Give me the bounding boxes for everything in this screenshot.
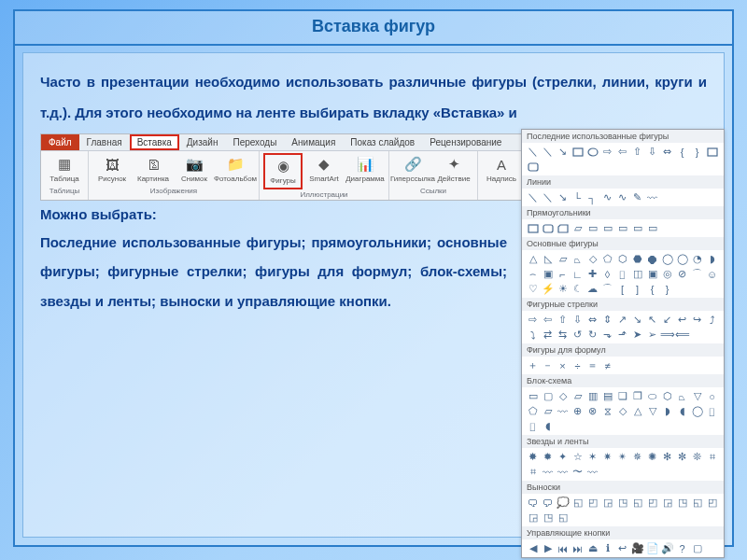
shape-arrow-icon[interactable]: ⇨ — [527, 314, 539, 326]
shape-merge-icon[interactable]: ▽ — [646, 405, 658, 417]
shape-ribbon-icon[interactable]: ⌗ — [706, 451, 718, 463]
shape-or-icon[interactable]: ⊗ — [586, 405, 599, 417]
shape-curve-icon[interactable]: ∿ — [601, 191, 613, 203]
shape-seq-icon[interactable]: ◯ — [691, 405, 703, 417]
shape-arrow-icon[interactable]: ⇦ — [542, 314, 554, 326]
shape-doublewave-icon[interactable]: 〰 — [586, 466, 599, 478]
shape-actionbtn-icon[interactable]: ▶ — [542, 542, 554, 554]
shape-bracket-icon[interactable]: ] — [631, 283, 643, 295]
shape-callout-icon[interactable]: ◳ — [542, 511, 554, 524]
shape-callout-icon[interactable]: ◲ — [601, 497, 613, 509]
shape-document-icon[interactable]: ❏ — [616, 390, 628, 402]
shape-arrow-icon[interactable]: ↘ — [631, 314, 643, 326]
shape-arrow-icon[interactable]: ⇨ — [601, 146, 613, 158]
shape-heart-icon[interactable]: ♡ — [527, 283, 539, 295]
shape-callout-icon[interactable]: ◰ — [646, 497, 658, 509]
shape-arrow-icon[interactable]: ⤴ — [706, 314, 718, 326]
shape-magnetic-icon[interactable]: ⌷ — [706, 405, 718, 417]
shape-sun-icon[interactable]: ☀ — [557, 283, 569, 295]
shape-actionbtn-icon[interactable]: ⏮ — [557, 542, 569, 554]
shape-arrow-icon[interactable]: ↙ — [661, 314, 673, 326]
shape-direct-icon[interactable]: ⌷ — [527, 420, 539, 432]
shape-connector-icon[interactable]: ↘ — [557, 146, 569, 158]
shape-arrow-icon[interactable]: ⇕ — [601, 314, 613, 326]
btn-smartart[interactable]: ◆SmartArt — [304, 153, 344, 189]
shape-hexagon-icon[interactable]: ⬡ — [616, 253, 628, 265]
shape-ellipse-icon[interactable] — [586, 146, 599, 158]
shape-collate-icon[interactable]: ⧖ — [601, 405, 613, 417]
shape-line-icon[interactable]: ＼ — [527, 191, 539, 203]
shape-callout-icon[interactable]: 💭 — [557, 497, 569, 509]
shape-donut-icon[interactable]: ◎ — [661, 268, 673, 280]
shape-multi-icon[interactable]: ❐ — [631, 390, 643, 402]
tab-slideshow[interactable]: Показ слайдов — [343, 134, 422, 150]
shape-tape-icon[interactable]: 〰 — [557, 405, 569, 417]
shape-offpage-icon[interactable]: ⬠ — [527, 405, 539, 417]
btn-hyperlink[interactable]: 🔗Гиперссылка — [393, 153, 432, 186]
shape-card-icon[interactable]: ▱ — [542, 405, 554, 417]
shape-plus-icon[interactable]: ＋ — [527, 359, 539, 371]
shape-arrow-icon[interactable]: ➢ — [646, 329, 658, 341]
shape-arc-icon[interactable]: ⌒ — [601, 283, 613, 295]
shape-line-icon[interactable]: ＼ — [527, 146, 539, 158]
shape-moon-icon[interactable]: ☾ — [571, 283, 584, 295]
tab-review[interactable]: Рецензирование — [422, 134, 509, 150]
shape-ribbon-icon[interactable]: ⌗ — [527, 466, 539, 478]
shape-line-icon[interactable]: ＼ — [542, 146, 554, 158]
shape-line-icon[interactable]: ↘ — [557, 191, 569, 203]
shape-arrow-icon[interactable]: ⇧ — [557, 314, 569, 326]
shape-brace-icon[interactable]: { — [676, 146, 688, 158]
shape-prep-icon[interactable]: ⬡ — [661, 390, 673, 402]
shape-arrow-icon[interactable]: ⇩ — [571, 314, 584, 326]
shape-connector-icon[interactable]: ○ — [706, 390, 718, 402]
shape-scribble-icon[interactable]: 〰 — [646, 191, 658, 203]
shape-callout-icon[interactable]: ◳ — [616, 497, 628, 509]
shape-arrow-icon[interactable]: ↺ — [571, 329, 584, 341]
shape-smiley-icon[interactable]: ☺ — [706, 268, 718, 280]
shape-callout-icon[interactable]: ◱ — [691, 497, 703, 509]
shape-heptagon-icon[interactable]: ⬣ — [631, 253, 643, 265]
shape-noentry-icon[interactable]: ⊘ — [676, 268, 688, 280]
shape-arrow-icon[interactable]: ↻ — [586, 329, 599, 341]
shape-actionbtn-icon[interactable]: ? — [676, 542, 688, 554]
shape-brace-icon[interactable]: } — [661, 283, 673, 295]
shape-notequal-icon[interactable]: ≠ — [601, 359, 613, 371]
tab-design[interactable]: Дизайн — [179, 134, 226, 150]
tab-home[interactable]: Главная — [79, 134, 130, 150]
btn-clipart[interactable]: 🖻Картинка — [134, 153, 173, 186]
shape-lshape-icon[interactable]: ∟ — [571, 268, 584, 280]
btn-chart[interactable]: 📊Диаграмма — [345, 153, 385, 189]
shape-wave-icon[interactable]: 〜 — [571, 466, 584, 478]
shape-callout-icon[interactable]: ◲ — [661, 497, 673, 509]
shape-sum-icon[interactable]: ⊕ — [571, 405, 584, 417]
shape-decision-icon[interactable]: ◇ — [557, 390, 569, 402]
shape-star8-icon[interactable]: ✴ — [616, 451, 628, 463]
shape-divide-icon[interactable]: ÷ — [571, 359, 584, 371]
shape-bevel-icon[interactable]: ▣ — [646, 268, 658, 280]
shape-pentagon-icon[interactable]: ⬠ — [601, 253, 613, 265]
shape-sort-icon[interactable]: ◇ — [616, 405, 628, 417]
shape-halfframe-icon[interactable]: ⌐ — [557, 268, 569, 280]
shape-arrow-icon[interactable]: ↩ — [676, 314, 688, 326]
shape-explosion-icon[interactable]: ✸ — [527, 451, 539, 463]
shape-brace-icon[interactable]: { — [646, 283, 658, 295]
shape-parallelogram-icon[interactable]: ▱ — [557, 253, 569, 265]
shape-star12-icon[interactable]: ✺ — [646, 451, 658, 463]
shape-arrow-icon[interactable]: ⇆ — [557, 329, 569, 341]
shape-extract-icon[interactable]: △ — [631, 405, 643, 417]
shape-arrow-icon[interactable]: ⬎ — [601, 329, 613, 341]
shape-callout-icon[interactable]: ◱ — [557, 511, 569, 524]
shape-internal-icon[interactable]: ▤ — [601, 390, 613, 402]
shape-actionbtn-icon[interactable]: 📄 — [646, 542, 658, 554]
shape-stored-icon[interactable]: ◗ — [661, 405, 673, 417]
shape-star5-icon[interactable]: ☆ — [571, 451, 584, 463]
shape-explosion-icon[interactable]: ✹ — [542, 451, 554, 463]
shape-arrow-icon[interactable]: ↪ — [691, 314, 703, 326]
shape-sniprect-icon[interactable]: ▭ — [631, 222, 643, 234]
shape-star32-icon[interactable]: ❊ — [691, 451, 703, 463]
shape-callout-icon[interactable]: 🗩 — [542, 497, 554, 509]
shape-callout-icon[interactable]: ◱ — [571, 497, 584, 509]
shape-predefined-icon[interactable]: ▥ — [586, 390, 599, 402]
shape-actionbtn-icon[interactable]: ▢ — [691, 542, 703, 554]
shape-star6-icon[interactable]: ✶ — [586, 451, 599, 463]
